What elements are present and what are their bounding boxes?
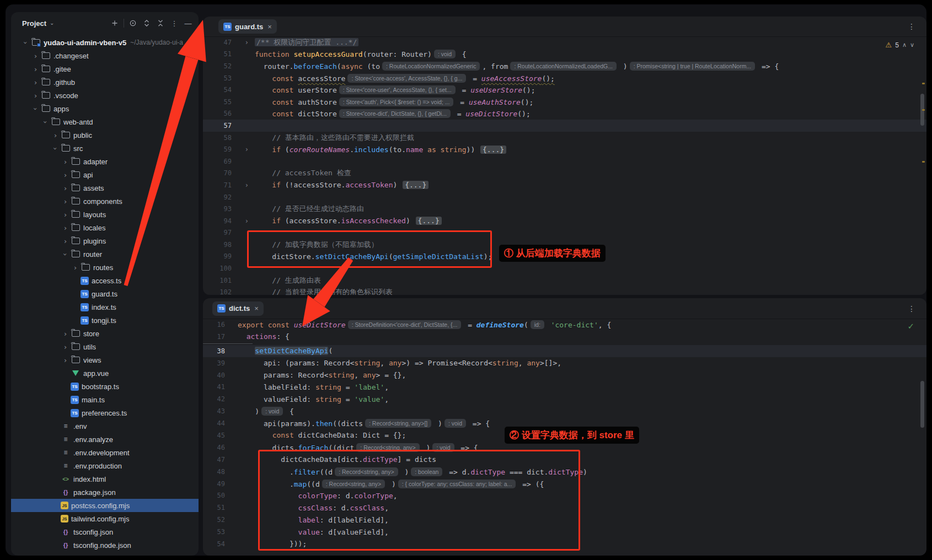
tree-item-tsconfig.json[interactable]: {}tsconfig.json	[11, 525, 199, 539]
tree-item-.changeset[interactable]: ›.changeset	[11, 49, 199, 62]
tree-item-store[interactable]: ›store	[11, 327, 199, 340]
code-token: =	[341, 383, 354, 391]
code-text: setDictCacheByApi(	[238, 347, 333, 355]
close-icon[interactable]: ×	[267, 23, 272, 31]
chevron-expanded-icon[interactable]: ›	[22, 37, 30, 48]
tree-item-index.ts[interactable]: TSindex.ts	[11, 300, 199, 314]
tree-item-utils[interactable]: ›utils	[11, 340, 199, 353]
tree-item-.env.development[interactable]: ≡.env.development	[11, 446, 199, 459]
tree-item-guard.ts[interactable]: TSguard.ts	[11, 287, 199, 300]
chevron-expanded-icon[interactable]: ›	[51, 143, 60, 154]
chevron-collapsed-icon[interactable]: ›	[50, 131, 61, 139]
more-icon[interactable]: ⋮	[908, 22, 915, 31]
code-token: useDictStore	[294, 321, 346, 329]
tree-item-postcss.config.mjs[interactable]: JSpostcss.config.mjs	[11, 499, 199, 512]
tree-item-.env.analyze[interactable]: ≡.env.analyze	[11, 433, 199, 446]
tree-item-public[interactable]: ›public	[11, 128, 199, 142]
folder-icon	[71, 250, 81, 259]
fold-arrow-icon[interactable]: ›	[232, 217, 255, 225]
tree-item-bootstrap.ts[interactable]: TSbootstrap.ts	[11, 380, 199, 393]
code-token: labelField:	[238, 383, 315, 391]
tree-item-api[interactable]: ›api	[11, 168, 199, 181]
tree-item-adapter[interactable]: ›adapter	[11, 155, 199, 168]
tree-item-locales[interactable]: ›locales	[11, 221, 199, 234]
chevron-collapsed-icon[interactable]: ›	[60, 197, 71, 206]
error-stripe-mark[interactable]	[922, 83, 925, 84]
tree-item-router[interactable]: ›router	[11, 247, 199, 261]
chevron-collapsed-icon[interactable]: ›	[60, 211, 71, 219]
collapse-all-icon[interactable]	[156, 18, 165, 28]
more-icon[interactable]: ⋮	[908, 304, 915, 313]
expand-all-icon[interactable]	[142, 18, 152, 28]
tree-item-apps[interactable]: ›apps	[11, 102, 199, 115]
guard-code-area[interactable]: 47›/** 权限访问守卫配置 ...*/51function setupAcc…	[203, 36, 926, 295]
chevron-collapsed-icon[interactable]: ›	[60, 343, 71, 351]
tree-item-main.ts[interactable]: TSmain.ts	[11, 393, 199, 406]
tree-item-index.html[interactable]: <>index.html	[11, 472, 199, 486]
chevron-collapsed-icon[interactable]: ›	[70, 263, 81, 272]
error-stripe-mark[interactable]	[922, 109, 925, 111]
tree-item-views[interactable]: ›views	[11, 353, 199, 367]
chevron-collapsed-icon[interactable]: ›	[60, 224, 71, 232]
tree-item-.gitee[interactable]: ›.gitee	[11, 62, 199, 76]
tree-item-src[interactable]: ›src	[11, 142, 199, 155]
tab-dict-ts[interactable]: TS dict.ts ×	[212, 301, 264, 316]
tree-item-yudao-ui-admin-vben-v5[interactable]: ›yudao-ui-admin-vben-v5~/Java/yudao-ui-a	[11, 36, 199, 49]
more-icon[interactable]: ⋮	[169, 18, 179, 28]
fold-arrow-icon[interactable]: ›	[232, 181, 255, 189]
tree-item-.github[interactable]: ›.github	[11, 76, 199, 89]
locate-opened-file-icon[interactable]	[128, 18, 138, 28]
tree-item-package.json[interactable]: {}package.json	[11, 486, 199, 499]
folder-icon	[41, 51, 51, 60]
inspections-ok-icon[interactable]: ✓	[907, 321, 914, 331]
chevron-collapsed-icon[interactable]: ›	[60, 237, 71, 245]
tree-item-tailwind.config.mjs[interactable]: JStailwind.config.mjs	[11, 512, 199, 525]
fold-arrow-icon[interactable]: ›	[232, 39, 255, 46]
chevron-collapsed-icon[interactable]: ›	[60, 184, 71, 192]
tree-item-routes[interactable]: ›routes	[11, 261, 199, 274]
tree-item-assets[interactable]: ›assets	[11, 181, 199, 195]
dict-code-area[interactable]: 16export const useDictStore: StoreDefini…	[203, 319, 926, 556]
chevron-expanded-icon[interactable]: ›	[61, 249, 69, 260]
chevron-collapsed-icon[interactable]: ›	[30, 65, 41, 73]
chevron-collapsed-icon[interactable]: ›	[60, 158, 71, 166]
tree-item-.env[interactable]: ≡.env	[11, 419, 199, 433]
tree-item-label: web-antd	[63, 118, 93, 126]
fold-arrow-icon[interactable]: ›	[232, 146, 255, 153]
chevron-expanded-icon[interactable]: ›	[31, 104, 40, 114]
type-inlay-hint: : Record<string, any>	[356, 443, 419, 452]
chevron-collapsed-icon[interactable]: ›	[60, 356, 71, 364]
chevron-collapsed-icon[interactable]: ›	[30, 91, 41, 100]
chevron-collapsed-icon[interactable]: ›	[30, 52, 41, 60]
tree-item-layouts[interactable]: ›layouts	[11, 208, 199, 221]
chevron-expanded-icon[interactable]: ›	[41, 117, 50, 127]
inspection-widget[interactable]: ⚠ 5 ∧ ∨	[886, 41, 914, 49]
tree-item-components[interactable]: ›components	[11, 195, 199, 208]
tree-item-app.vue[interactable]: app.vue	[11, 367, 199, 380]
tab-guard-ts[interactable]: TS guard.ts ×	[218, 19, 277, 34]
plus-icon[interactable]	[110, 18, 120, 28]
hide-panel-icon[interactable]: —	[183, 18, 193, 28]
scrollbar-thumb[interactable]	[920, 381, 924, 428]
close-icon[interactable]: ×	[254, 304, 259, 313]
chevron-collapsed-icon[interactable]: ›	[60, 330, 71, 338]
folded-code-badge[interactable]: {...}	[403, 181, 428, 189]
error-stripe-mark[interactable]	[922, 161, 925, 163]
tree-item-preferences.ts[interactable]: TSpreferences.ts	[11, 406, 199, 419]
prev-problem-icon[interactable]: ∧	[902, 41, 907, 49]
chevron-collapsed-icon[interactable]: ›	[30, 78, 41, 87]
tree-item-access.ts[interactable]: TSaccess.ts	[11, 274, 199, 287]
code-token: .	[350, 146, 354, 154]
tree-item-tongji.ts[interactable]: TStongji.ts	[11, 314, 199, 327]
folded-code-badge[interactable]: {...}	[416, 217, 442, 225]
next-problem-icon[interactable]: ∨	[910, 41, 914, 49]
chevron-collapsed-icon[interactable]: ›	[60, 171, 71, 179]
tree-item-.env.production[interactable]: ≡.env.production	[11, 459, 199, 472]
folded-code-badge[interactable]: {...}	[480, 146, 506, 154]
tree-item-.vscode[interactable]: ›.vscode	[11, 89, 199, 102]
tree-item-plugins[interactable]: ›plugins	[11, 234, 199, 247]
tree-item-tsconfig.node.json[interactable]: {}tsconfig.node.json	[11, 539, 199, 552]
code-token: (to	[367, 62, 380, 71]
project-panel-title[interactable]: Project	[22, 19, 46, 28]
tree-item-web-antd[interactable]: ›web-antd	[11, 115, 199, 128]
